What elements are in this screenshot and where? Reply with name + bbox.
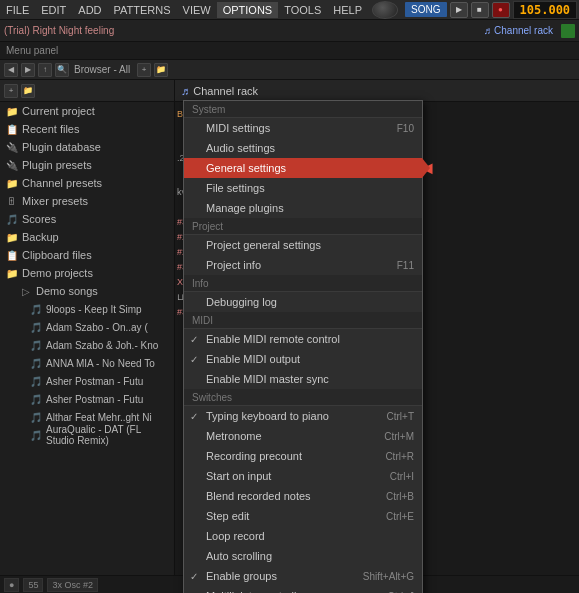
menu-options[interactable]: OPTIONS <box>217 2 279 18</box>
sidebar-item-adam-szabo2[interactable]: 🎵 Adam Szabo & Joh.- Kno <box>0 336 174 354</box>
status-count: 55 <box>23 578 43 592</box>
menu-item-midi-settings[interactable]: MIDI settings F10 <box>184 118 422 138</box>
sidebar-item-aura[interactable]: 🎵 AuraQualic - DAT (FL Studio Remix) <box>0 426 174 444</box>
back-btn[interactable]: ◀ <box>4 63 18 77</box>
menu-section-project: Project <box>184 218 422 235</box>
stop-btn[interactable]: ■ <box>471 2 489 18</box>
sidebar-item-backup[interactable]: 📁 Backup <box>0 228 174 246</box>
second-bar: (Trial) Right Night feeling ♬ Channel ra… <box>0 20 579 42</box>
tempo-display[interactable]: 105.000 <box>513 1 578 19</box>
menu-item-debugging-log[interactable]: Debugging log <box>184 292 422 312</box>
status-instrument: 3x Osc #2 <box>47 578 98 592</box>
demo-folder-icon: 📁 <box>6 268 18 279</box>
menu-edit[interactable]: EDIT <box>35 2 72 18</box>
sidebar-item-asher1[interactable]: 🎵 Asher Postman - Futu <box>0 372 174 390</box>
menu-item-project-info[interactable]: Project info F11 <box>184 255 422 275</box>
search-icon[interactable]: 🔍 <box>55 63 69 77</box>
sidebar-item-9loops[interactable]: 🎵 9loops - Keep It Simp <box>0 300 174 318</box>
menu-item-recording-precount[interactable]: Recording precount Ctrl+R <box>184 446 422 466</box>
menu-view[interactable]: VIEW <box>177 2 217 18</box>
sidebar-item-anna-mia[interactable]: 🎵 ANNA MIA - No Need To <box>0 354 174 372</box>
sidebar-item-plugin-presets[interactable]: 🔌 Plugin presets <box>0 156 174 174</box>
sidebar-add-btn[interactable]: + <box>4 84 18 98</box>
sidebar-item-demo-songs[interactable]: ▷ Demo songs <box>0 282 174 300</box>
menu-help[interactable]: HELP <box>327 2 368 18</box>
track1-icon: 🎵 <box>30 304 42 315</box>
clipboard-icon: 📋 <box>6 250 18 261</box>
record-btn[interactable]: ● <box>492 2 510 18</box>
sidebar-item-channel-presets[interactable]: 📁 Channel presets <box>0 174 174 192</box>
transport-area: SONG ▶ ■ ● 105.000 <box>368 1 579 19</box>
menu-section-info: Info <box>184 275 422 292</box>
score-icon: 🎵 <box>6 214 18 225</box>
sidebar: + 📁 📁 Current project 📋 Recent files 🔌 P… <box>0 80 175 593</box>
channel-rack-title: Channel rack <box>193 85 258 97</box>
menu-item-enable-midi-master-sync[interactable]: Enable MIDI master sync <box>184 369 422 389</box>
browser-bar: ◀ ▶ ↑ 🔍 Browser - All + 📁 <box>0 60 579 80</box>
menu-add[interactable]: ADD <box>72 2 107 18</box>
speaker-icon: ♬ <box>181 85 189 97</box>
menu-item-enable-midi-output[interactable]: ✓ Enable MIDI output <box>184 349 422 369</box>
backup-icon: 📁 <box>6 232 18 243</box>
status-record-indicator: ● <box>4 578 19 592</box>
sidebar-item-demo-projects[interactable]: 📁 Demo projects <box>0 264 174 282</box>
trial-label: (Trial) Right Night feeling <box>4 25 114 36</box>
master-volume-knob[interactable] <box>372 1 398 19</box>
sidebar-item-adam-szabo1[interactable]: 🎵 Adam Szabo - On..ay ( <box>0 318 174 336</box>
track6-icon: 🎵 <box>30 394 42 405</box>
menu-item-enable-groups[interactable]: ✓ Enable groups Shift+Alt+G <box>184 566 422 586</box>
menu-item-auto-scrolling[interactable]: Auto scrolling <box>184 546 422 566</box>
menu-file[interactable]: FILE <box>0 2 35 18</box>
list-icon: 📋 <box>6 124 18 135</box>
menu-item-typing-keyboard[interactable]: ✓ Typing keyboard to piano Ctrl+T <box>184 406 422 426</box>
track7-icon: 🎵 <box>30 412 42 423</box>
sidebar-item-mixer-presets[interactable]: 🎚 Mixer presets <box>0 192 174 210</box>
track4-icon: 🎵 <box>30 358 42 369</box>
sidebar-item-plugin-database[interactable]: 🔌 Plugin database <box>0 138 174 156</box>
red-arrow-indicator: ◄ <box>418 158 436 179</box>
check-midi-remote: ✓ <box>190 334 198 345</box>
menu-item-project-general[interactable]: Project general settings <box>184 235 422 255</box>
menu-item-file-settings[interactable]: File settings <box>184 178 422 198</box>
main-layout: + 📁 📁 Current project 📋 Recent files 🔌 P… <box>0 80 579 593</box>
plugin-icon: 🔌 <box>6 142 18 153</box>
menu-item-audio-settings[interactable]: Audio settings <box>184 138 422 158</box>
sidebar-item-asher2[interactable]: 🎵 Asher Postman - Futu <box>0 390 174 408</box>
menu-item-multilink[interactable]: Multilink to controllers Ctrl+J <box>184 586 422 593</box>
menu-item-step-edit[interactable]: Step edit Ctrl+E <box>184 506 422 526</box>
add-folder-btn[interactable]: + <box>137 63 151 77</box>
menu-item-metronome[interactable]: Metronome Ctrl+M <box>184 426 422 446</box>
sidebar-item-current-project[interactable]: 📁 Current project <box>0 102 174 120</box>
up-btn[interactable]: ↑ <box>38 63 52 77</box>
menu-patterns[interactable]: PATTERNS <box>108 2 177 18</box>
channel-rack-icon[interactable] <box>561 24 575 38</box>
menu-item-manage-plugins[interactable]: Manage plugins <box>184 198 422 218</box>
plugin2-icon: 🔌 <box>6 160 18 171</box>
check-midi-output: ✓ <box>190 354 198 365</box>
track8-icon: 🎵 <box>30 430 42 441</box>
check-typing-kb: ✓ <box>190 411 198 422</box>
track5-icon: 🎵 <box>30 376 42 387</box>
panel-label: Menu panel <box>6 45 58 56</box>
sidebar-item-clipboard[interactable]: 📋 Clipboard files <box>0 246 174 264</box>
menu-item-general-settings[interactable]: General settings ◄ <box>184 158 422 178</box>
browser-label: Browser - All <box>74 64 130 75</box>
menu-item-start-on-input[interactable]: Start on input Ctrl+I <box>184 466 422 486</box>
folder-btn[interactable]: 📁 <box>154 63 168 77</box>
menubar: FILE EDIT ADD PATTERNS VIEW OPTIONS TOOL… <box>0 0 579 20</box>
options-dropdown-menu: System MIDI settings F10 Audio settings … <box>183 100 423 593</box>
subtitle-bar: Menu panel <box>0 42 579 60</box>
menu-item-enable-midi-remote[interactable]: ✓ Enable MIDI remote control <box>184 329 422 349</box>
track3-icon: 🎵 <box>30 340 42 351</box>
sidebar-item-scores[interactable]: 🎵 Scores <box>0 210 174 228</box>
forward-btn[interactable]: ▶ <box>21 63 35 77</box>
folder-icon: 📁 <box>6 106 18 117</box>
sidebar-item-recent-files[interactable]: 📋 Recent files <box>0 120 174 138</box>
channel-rack-header: ♬ Channel rack <box>175 80 579 102</box>
song-mode-btn[interactable]: SONG <box>405 2 446 17</box>
menu-tools[interactable]: TOOLS <box>278 2 327 18</box>
menu-item-blend-recorded[interactable]: Blend recorded notes Ctrl+B <box>184 486 422 506</box>
sidebar-folder-btn[interactable]: 📁 <box>21 84 35 98</box>
menu-item-loop-record[interactable]: Loop record <box>184 526 422 546</box>
play-btn[interactable]: ▶ <box>450 2 468 18</box>
